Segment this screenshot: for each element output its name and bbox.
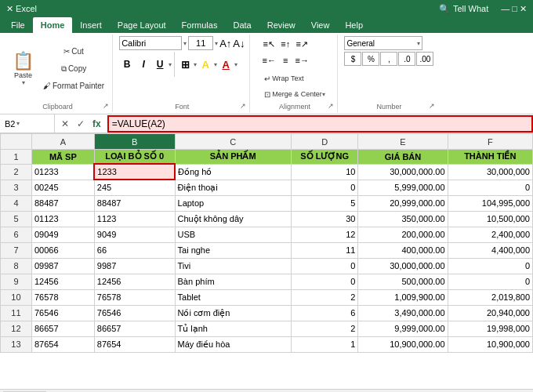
cell-r11-c1[interactable]: 76546: [94, 305, 175, 321]
underline-arrow[interactable]: ▾: [169, 61, 172, 68]
cell-r10-c4[interactable]: 1,009,900.00: [358, 289, 448, 305]
comma-button[interactable]: ,: [380, 52, 397, 66]
cell-r10-c0[interactable]: 76578: [31, 289, 94, 305]
cell-r8-c0[interactable]: 09987: [31, 258, 94, 274]
align-left-button[interactable]: ≡←: [261, 53, 277, 68]
tab-pagelayout[interactable]: Page Layout: [110, 17, 174, 33]
header-cell-4[interactable]: GIÁ BÁN: [358, 150, 448, 165]
fill-color-arrow[interactable]: ▾: [214, 61, 217, 68]
row-header-8[interactable]: 8: [1, 258, 32, 274]
tab-review[interactable]: Review: [259, 17, 303, 33]
cell-r9-c3[interactable]: 0: [291, 274, 358, 289]
border-button[interactable]: ⊞: [177, 57, 193, 71]
cell-r8-c1[interactable]: 9987: [94, 258, 175, 274]
window-controls[interactable]: — □ ✕: [501, 4, 527, 14]
cell-r11-c4[interactable]: 3,490,000.00: [358, 305, 448, 321]
underline-button[interactable]: U: [152, 57, 168, 71]
header-cell-2[interactable]: SẢN PHẨM: [175, 150, 291, 165]
cell-r2-c3[interactable]: 10: [291, 164, 358, 180]
border-arrow[interactable]: ▾: [194, 61, 197, 68]
cell-r12-c5[interactable]: 19,998,000: [448, 321, 532, 336]
merge-center-button[interactable]: ⊡ Merge & Center ▾: [261, 87, 328, 101]
clipboard-launch[interactable]: ↗: [101, 101, 111, 111]
tab-home[interactable]: Home: [33, 17, 73, 33]
tell-me-box[interactable]: 🔍 Tell What: [439, 4, 488, 14]
format-painter-button[interactable]: 🖌 Format Painter: [40, 78, 107, 94]
alignment-launch[interactable]: ↗: [326, 101, 335, 111]
header-cell-1[interactable]: LOẠI BỎ SỐ 0: [94, 150, 175, 165]
cell-r11-c5[interactable]: 20,940,000: [448, 305, 532, 321]
cell-r11-c3[interactable]: 6: [291, 305, 358, 321]
currency-button[interactable]: $: [344, 52, 361, 66]
cell-r7-c4[interactable]: 400,000.00: [358, 242, 448, 258]
decrease-font-button[interactable]: A↓: [233, 38, 245, 49]
row-header-13[interactable]: 13: [1, 336, 32, 352]
cell-r10-c1[interactable]: 76578: [94, 289, 175, 305]
cell-r7-c0[interactable]: 00066: [31, 242, 94, 258]
cell-r11-c2[interactable]: Nồi cơm điện: [175, 305, 291, 321]
row-header-11[interactable]: 11: [1, 305, 32, 321]
cell-r3-c5[interactable]: 0: [448, 180, 532, 195]
cell-r5-c5[interactable]: 10,500,000: [448, 211, 532, 227]
row-header-12[interactable]: 12: [1, 321, 32, 336]
header-cell-3[interactable]: SỐ LƯỢNG: [291, 150, 358, 165]
font-color-button[interactable]: A: [218, 57, 234, 71]
cell-r4-c1[interactable]: 88487: [94, 195, 175, 211]
tab-formulas[interactable]: Formulas: [174, 17, 226, 33]
font-name-arrow[interactable]: ▾: [183, 40, 187, 47]
cell-r2-c1[interactable]: 1233: [94, 164, 175, 180]
cell-r13-c0[interactable]: 87654: [31, 336, 94, 352]
decrease-decimal-button[interactable]: .0: [398, 52, 415, 66]
copy-button[interactable]: ⧉ Copy: [40, 61, 107, 77]
font-color-arrow[interactable]: ▾: [234, 61, 237, 68]
formula-input[interactable]: [107, 115, 533, 132]
font-name-input[interactable]: [119, 36, 182, 50]
cell-r12-c0[interactable]: 86657: [31, 321, 94, 336]
col-header-f[interactable]: F: [448, 134, 532, 150]
cell-r10-c2[interactable]: Tablet: [175, 289, 291, 305]
cell-r4-c5[interactable]: 104,995,000: [448, 195, 532, 211]
row-header-6[interactable]: 6: [1, 227, 32, 242]
cell-r13-c1[interactable]: 87654: [94, 336, 175, 352]
cell-r10-c3[interactable]: 2: [291, 289, 358, 305]
row-header-3[interactable]: 3: [1, 180, 32, 195]
cell-r5-c0[interactable]: 01123: [31, 211, 94, 227]
font-launch[interactable]: ↗: [238, 101, 248, 111]
cell-reference-box[interactable]: B2 ▾: [0, 114, 55, 133]
cell-r5-c1[interactable]: 1123: [94, 211, 175, 227]
cell-r9-c4[interactable]: 500,000.00: [358, 274, 448, 289]
cell-r6-c5[interactable]: 2,400,000: [448, 227, 532, 242]
row-header-4[interactable]: 4: [1, 195, 32, 211]
cell-r6-c1[interactable]: 9049: [94, 227, 175, 242]
tab-data[interactable]: Data: [225, 17, 259, 33]
cell-r13-c5[interactable]: 10,900,000: [448, 336, 532, 352]
cell-r4-c4[interactable]: 20,999,000.00: [358, 195, 448, 211]
cell-r11-c0[interactable]: 76546: [31, 305, 94, 321]
cell-r7-c3[interactable]: 11: [291, 242, 358, 258]
align-top-right-button[interactable]: ≡↗: [294, 36, 310, 52]
cell-r3-c4[interactable]: 5,999,000.00: [358, 180, 448, 195]
cell-r2-c5[interactable]: 30,000,000: [448, 164, 532, 180]
cell-r5-c4[interactable]: 350,000.00: [358, 211, 448, 227]
header-cell-5[interactable]: THÀNH TIỀN: [448, 150, 532, 165]
bold-button[interactable]: B: [119, 57, 135, 71]
cell-r6-c3[interactable]: 12: [291, 227, 358, 242]
cell-r8-c3[interactable]: 0: [291, 258, 358, 274]
cell-r3-c3[interactable]: 0: [291, 180, 358, 195]
cell-r3-c2[interactable]: Điện thoại: [175, 180, 291, 195]
cell-r13-c3[interactable]: 1: [291, 336, 358, 352]
cell-r13-c2[interactable]: Máy điều hòa: [175, 336, 291, 352]
cell-r12-c2[interactable]: Tủ lạnh: [175, 321, 291, 336]
cell-r5-c2[interactable]: Chuột không dây: [175, 211, 291, 227]
cell-r7-c1[interactable]: 66: [94, 242, 175, 258]
align-top-left-button[interactable]: ≡↖: [261, 36, 277, 52]
cell-r4-c3[interactable]: 5: [291, 195, 358, 211]
tab-view[interactable]: View: [303, 17, 338, 33]
row-header-5[interactable]: 5: [1, 211, 32, 227]
cell-r9-c1[interactable]: 12456: [94, 274, 175, 289]
row-header-10[interactable]: 10: [1, 289, 32, 305]
cell-r2-c2[interactable]: Đồng hồ: [175, 164, 291, 180]
row-header-7[interactable]: 7: [1, 242, 32, 258]
fill-color-button[interactable]: A: [198, 57, 213, 71]
enter-formula-button[interactable]: ✓: [74, 117, 88, 131]
